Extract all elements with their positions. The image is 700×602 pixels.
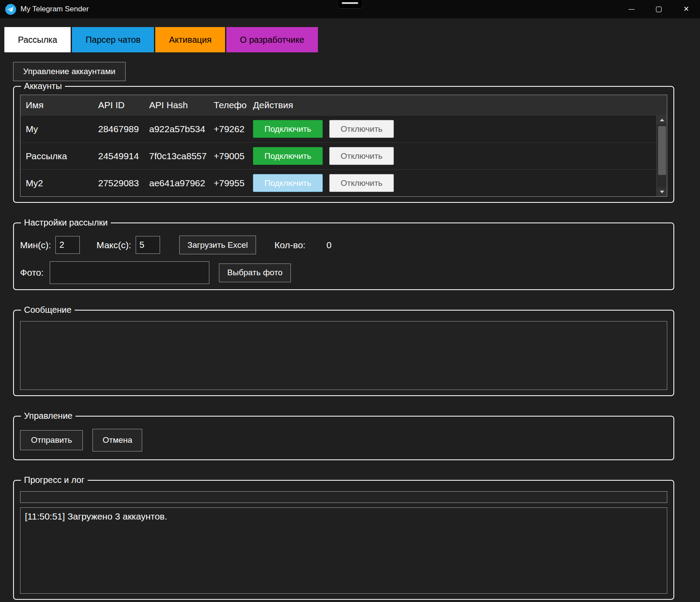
accounts-table: Имя API ID API Hash Телефо Действия My 2… [20, 95, 667, 197]
mailing-tab-panel: Управление аккаунтами Аккаунты Имя API I… [0, 52, 700, 600]
app-window: My Telegram Sender ✕ Рассылка Парсер чат… [0, 0, 700, 602]
account-row: My2 27529083 ae641a97962 +79955 Подключи… [20, 169, 667, 196]
progress-log-group: Прогресс и лог [11:50:51] Загружено 3 ак… [13, 475, 674, 600]
tab-mailing[interactable]: Рассылка [4, 27, 71, 52]
scroll-down-button[interactable] [657, 188, 667, 196]
settings-group-title: Настройки рассылки [21, 218, 111, 228]
connect-button[interactable]: Подключить [253, 120, 323, 138]
close-icon: ✕ [683, 6, 689, 13]
column-header-name: Имя [20, 100, 98, 110]
progress-bar [20, 491, 667, 503]
message-group-title: Сообщение [21, 305, 75, 315]
count-label: Кол-во: [274, 240, 305, 250]
message-group: Сообщение [13, 305, 674, 396]
manage-accounts-button[interactable]: Управление аккаунтами [13, 62, 126, 81]
telegram-app-icon [5, 4, 16, 15]
account-phone: +79262 [214, 124, 253, 134]
close-button[interactable]: ✕ [673, 0, 700, 18]
account-api-id: 28467989 [98, 124, 149, 134]
account-name: My [20, 124, 98, 134]
notch-handle [341, 2, 358, 4]
account-api-hash: 7f0c13ca8557 [149, 151, 214, 161]
min-seconds-label: Мин(с): [20, 240, 51, 250]
account-row: Рассылка 24549914 7f0c13ca8557 +79005 По… [20, 142, 667, 169]
tab-chat-parser[interactable]: Парсер чатов [72, 27, 154, 52]
snap-layout-notch [337, 0, 362, 9]
accounts-scrollbar[interactable] [656, 116, 667, 196]
column-header-phone: Телефо [214, 100, 253, 110]
disconnect-button[interactable]: Отключить [329, 147, 394, 165]
send-button[interactable]: Отправить [20, 430, 83, 450]
count-value: 0 [326, 240, 331, 250]
account-row: My 28467989 a922a57b534 +79262 Подключит… [20, 115, 667, 142]
column-header-actions: Действия [253, 100, 667, 110]
minimize-icon [628, 9, 635, 10]
account-actions: Подключить Отключить [253, 120, 667, 138]
account-phone: +79955 [214, 178, 253, 188]
log-output: [11:50:51] Загружено 3 аккаунтов. [20, 507, 667, 594]
photo-label: Фото: [20, 267, 44, 278]
settings-row-photo: Фото: Выбрать фото [20, 261, 667, 284]
control-buttons-row: Отправить Отмена [20, 429, 667, 454]
message-input[interactable] [20, 321, 667, 390]
window-title: My Telegram Sender [20, 5, 89, 14]
photo-path-input[interactable] [50, 261, 209, 284]
maximize-button[interactable] [645, 0, 673, 18]
account-api-id: 24549914 [98, 151, 149, 161]
max-seconds-input[interactable] [136, 236, 160, 254]
column-header-api-hash: API Hash [149, 100, 214, 110]
choose-photo-button[interactable]: Выбрать фото [219, 263, 291, 282]
disconnect-button[interactable]: Отключить [329, 120, 394, 138]
title-bar: My Telegram Sender ✕ [0, 0, 700, 18]
control-group-title: Управление [21, 411, 75, 421]
settings-row-timings: Мин(с): Макс(с): Загрузить Excel Кол-во:… [20, 236, 667, 254]
connect-button[interactable]: Подключить [253, 174, 323, 192]
control-group: Управление Отправить Отмена [13, 411, 674, 460]
accounts-group: Аккаунты Имя API ID API Hash Телефо Дейс… [13, 81, 674, 203]
scroll-down-icon [660, 191, 664, 193]
accounts-group-title: Аккаунты [21, 81, 65, 91]
tab-bar: Рассылка Парсер чатов Активация О разраб… [0, 18, 700, 52]
account-api-hash: ae641a97962 [149, 178, 214, 188]
load-excel-button[interactable]: Загрузить Excel [179, 236, 256, 254]
account-api-id: 27529083 [98, 178, 149, 188]
scroll-up-icon [660, 119, 664, 121]
scrollbar-thumb[interactable] [658, 126, 666, 175]
tab-about-developer[interactable]: О разработчике [226, 27, 318, 52]
progress-group-title: Прогресс и лог [21, 475, 88, 485]
account-name: Рассылка [20, 151, 98, 161]
max-seconds-label: Макс(с): [96, 240, 131, 250]
tab-activation[interactable]: Активация [155, 27, 225, 52]
column-header-api-id: API ID [98, 100, 149, 110]
account-actions: Подключить Отключить [253, 147, 667, 165]
cancel-button[interactable]: Отмена [92, 429, 142, 452]
account-name: My2 [20, 178, 98, 188]
window-controls: ✕ [618, 0, 700, 18]
account-api-hash: a922a57b534 [149, 124, 214, 134]
scroll-up-button[interactable] [657, 116, 667, 124]
connect-button[interactable]: Подключить [253, 147, 323, 165]
accounts-table-header: Имя API ID API Hash Телефо Действия [20, 95, 667, 115]
minimize-button[interactable] [618, 0, 645, 18]
log-line: [11:50:51] Загружено 3 аккаунтов. [25, 511, 662, 522]
maximize-icon [656, 7, 662, 12]
min-seconds-input[interactable] [55, 236, 80, 254]
account-phone: +79005 [214, 151, 253, 161]
disconnect-button[interactable]: Отключить [329, 174, 394, 192]
mailing-settings-group: Настройки рассылки Мин(с): Макс(с): Загр… [13, 218, 674, 290]
account-actions: Подключить Отключить [253, 174, 667, 192]
